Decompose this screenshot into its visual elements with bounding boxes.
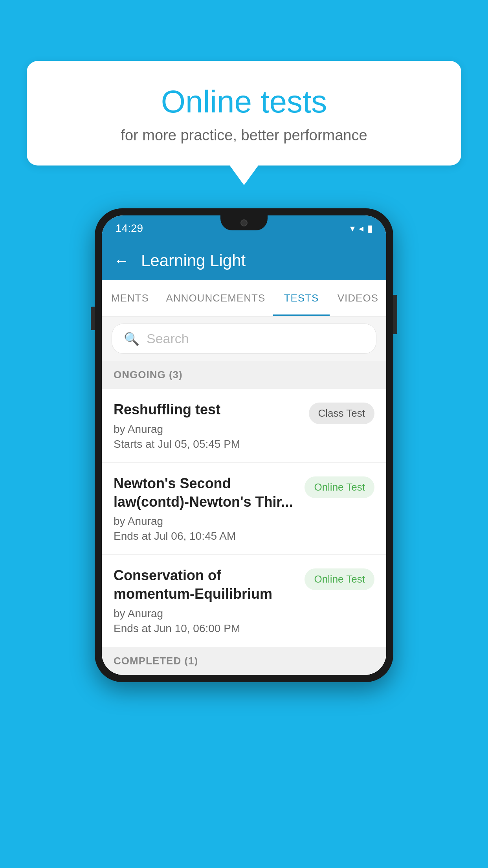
tab-ments[interactable]: MENTS	[102, 280, 158, 316]
status-icons: ▾ ◂ ▮	[350, 223, 372, 234]
search-container: 🔍 Search	[102, 316, 386, 361]
test-date: Starts at Jul 05, 05:45 PM	[114, 438, 301, 451]
test-date: Ends at Jun 10, 06:00 PM	[114, 622, 297, 635]
test-info: Newton's Second law(contd)-Newton's Thir…	[114, 474, 305, 543]
battery-icon: ▮	[367, 223, 372, 234]
test-info: Conservation of momentum-Equilibrium by …	[114, 566, 305, 635]
test-item[interactable]: Reshuffling test by Anurag Starts at Jul…	[102, 389, 386, 463]
wifi-icon: ▾	[350, 223, 355, 234]
status-time: 14:29	[116, 222, 143, 235]
test-author: by Anurag	[114, 423, 301, 436]
app-bar: ← Learning Light	[102, 241, 386, 280]
test-name: Reshuffling test	[114, 401, 301, 419]
test-item[interactable]: Conservation of momentum-Equilibrium by …	[102, 555, 386, 647]
tab-videos[interactable]: VIDEOS	[330, 280, 386, 316]
test-name: Conservation of momentum-Equilibrium	[114, 566, 297, 603]
promo-section: Online tests for more practice, better p…	[27, 61, 461, 166]
test-author: by Anurag	[114, 515, 297, 528]
tab-announcements[interactable]: ANNOUNCEMENTS	[158, 280, 273, 316]
app-title: Learning Light	[141, 251, 246, 270]
test-badge-online: Online Test	[305, 476, 374, 498]
completed-section-header: COMPLETED (1)	[102, 647, 386, 675]
tabs-bar: MENTS ANNOUNCEMENTS TESTS VIDEOS	[102, 280, 386, 316]
bubble-subtitle: for more practice, better performance	[58, 127, 430, 144]
test-name: Newton's Second law(contd)-Newton's Thir…	[114, 474, 297, 511]
speech-bubble: Online tests for more practice, better p…	[27, 61, 461, 166]
status-bar: 14:29 ▾ ◂ ▮	[102, 215, 386, 241]
test-item[interactable]: Newton's Second law(contd)-Newton's Thir…	[102, 463, 386, 555]
test-date: Ends at Jul 06, 10:45 AM	[114, 530, 297, 542]
phone-frame: 14:29 ▾ ◂ ▮ ← Learning Light MENTS ANNOU…	[95, 208, 393, 682]
test-info: Reshuffling test by Anurag Starts at Jul…	[114, 401, 309, 451]
notch	[220, 215, 268, 230]
search-icon: 🔍	[124, 331, 139, 346]
phone-mockup: 14:29 ▾ ◂ ▮ ← Learning Light MENTS ANNOU…	[95, 208, 393, 682]
test-badge-class: Class Test	[309, 403, 374, 424]
test-author: by Anurag	[114, 607, 297, 620]
ongoing-section-header: ONGOING (3)	[102, 361, 386, 389]
camera	[240, 219, 248, 226]
test-badge-online: Online Test	[305, 568, 374, 590]
signal-icon: ◂	[359, 223, 363, 234]
search-bar[interactable]: 🔍 Search	[112, 324, 376, 354]
bubble-title: Online tests	[58, 85, 430, 119]
back-button[interactable]: ←	[114, 252, 129, 270]
phone-screen: 14:29 ▾ ◂ ▮ ← Learning Light MENTS ANNOU…	[102, 215, 386, 675]
search-placeholder-text: Search	[147, 331, 189, 346]
tab-tests[interactable]: TESTS	[273, 280, 329, 316]
